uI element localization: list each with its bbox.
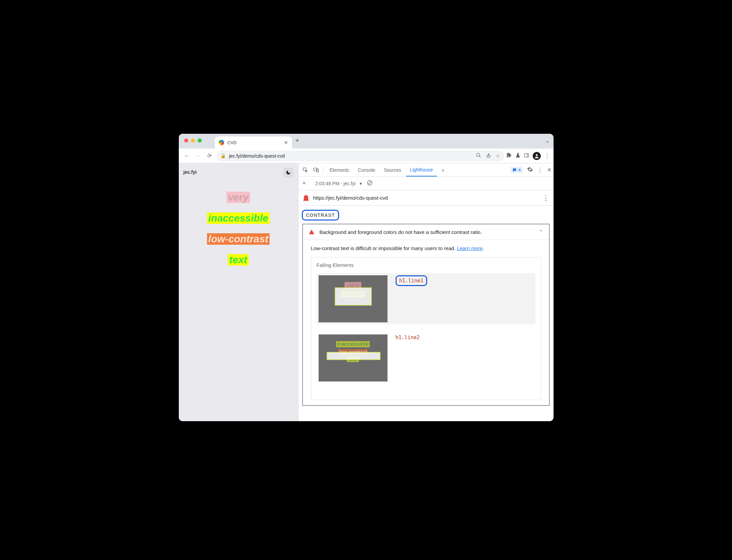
tab-list-button[interactable]: ⌄ — [545, 137, 550, 145]
theme-toggle[interactable] — [283, 167, 293, 177]
element-selector[interactable]: h1.line2 — [396, 334, 420, 341]
maximize-window-button[interactable] — [198, 138, 202, 143]
audit-header[interactable]: Background and foreground colors do not … — [303, 224, 549, 240]
section-contrast-chip: CONTRAST — [302, 210, 339, 221]
share-icon[interactable] — [486, 153, 491, 159]
address-bar[interactable]: 🔒 jec.fyi/demo/cds-quest-cvd ☆ — [216, 151, 504, 161]
learn-more-link[interactable]: Learn more — [457, 245, 483, 251]
favicon-icon — [219, 140, 224, 145]
tab-console[interactable]: Console — [354, 163, 379, 176]
close-window-button[interactable] — [184, 138, 188, 143]
demo-line-3: low-contrast — [207, 233, 270, 245]
new-tab-button[interactable]: + — [295, 137, 299, 146]
devtools-close-icon[interactable]: ✕ — [547, 167, 552, 173]
forward-button[interactable]: → — [194, 151, 203, 161]
inspect-element-icon[interactable] — [300, 167, 311, 173]
tab-elements[interactable]: Elements — [326, 163, 353, 176]
element-thumbnail: inaccessible low-contrast text — [319, 334, 388, 382]
devtools-menu-icon[interactable]: ⋮ — [537, 166, 543, 174]
collapse-icon[interactable]: ⌃ — [539, 229, 543, 235]
browser-tab[interactable]: CVD ✕ — [215, 136, 292, 149]
audit-title: Background and foreground colors do not … — [320, 229, 482, 235]
message-count: 4 — [518, 167, 521, 172]
demo-line-1: very — [227, 192, 250, 203]
svg-point-0 — [477, 153, 480, 156]
close-tab-button[interactable]: ✕ — [284, 140, 288, 145]
browser-window: CVD ✕ + ⌄ ← → ⟳ 🔒 jec.fyi/demo/cds-quest… — [179, 134, 554, 421]
lighthouse-subbar: + 2:03:48 PM - jec.fyi ▾ — [298, 177, 554, 190]
labs-icon[interactable] — [515, 153, 521, 159]
device-toolbar-icon[interactable] — [311, 167, 321, 173]
failing-element-row[interactable]: very accessib h1.line1 — [317, 273, 535, 324]
titlebar: CVD ✕ + ⌄ — [179, 134, 554, 149]
tab-sources[interactable]: Sources — [380, 163, 405, 176]
back-button[interactable]: ← — [182, 151, 192, 161]
content-area: jec.fyi very inaccessible low-contrast t… — [179, 163, 554, 421]
lock-icon: 🔒 — [220, 153, 226, 158]
svg-rect-3 — [525, 153, 529, 157]
element-selector[interactable]: h1.line1 — [396, 275, 427, 286]
browser-menu-button[interactable]: ⋮ — [544, 152, 550, 160]
clear-report-icon[interactable] — [367, 180, 373, 187]
audit-description: Low-contrast text is difficult or imposs… — [311, 245, 457, 251]
bookmark-icon[interactable]: ☆ — [496, 153, 500, 159]
devtools-panel: Elements Console Sources Lighthouse » 4 … — [298, 163, 554, 421]
devtools-tabstrip: Elements Console Sources Lighthouse » 4 … — [298, 163, 554, 177]
toolbar: ← → ⟳ 🔒 jec.fyi/demo/cds-quest-cvd ☆ — [179, 149, 554, 163]
lighthouse-logo-icon — [303, 195, 309, 201]
audit-body: Low-contrast text is difficult or imposs… — [303, 240, 549, 405]
svg-line-10 — [368, 182, 371, 185]
warning-triangle-icon — [309, 230, 314, 234]
page-site-name: jec.fyi — [184, 169, 293, 175]
failing-elements-heading: Failing Elements — [317, 262, 535, 268]
audit-card: Background and foreground colors do not … — [302, 224, 550, 406]
rendered-page: jec.fyi very inaccessible low-contrast t… — [179, 163, 298, 421]
failing-elements-box: Failing Elements very accessib h1.lin — [311, 257, 541, 400]
devtools-settings-icon[interactable] — [527, 166, 533, 173]
element-thumbnail: very accessib — [319, 275, 388, 322]
url-text: jec.fyi/demo/cds-quest-cvd — [229, 153, 285, 159]
lighthouse-report: CONTRAST Background and foreground color… — [298, 206, 554, 421]
window-controls — [184, 138, 202, 143]
console-messages-badge[interactable]: 4 — [510, 167, 523, 173]
sidepanel-icon[interactable] — [524, 153, 529, 159]
extensions-icon[interactable] — [506, 152, 512, 159]
report-url: https://jec.fyi/demo/cds-quest-cvd — [313, 195, 388, 201]
search-icon[interactable] — [476, 153, 481, 159]
tab-title: CVD — [228, 140, 237, 145]
demo-line-2: inaccessible — [207, 212, 270, 224]
minimize-window-button[interactable] — [191, 138, 195, 143]
report-url-bar: https://jec.fyi/demo/cds-quest-cvd ⋮ — [298, 190, 554, 206]
report-selector[interactable]: 2:03:48 PM - jec.fyi ▾ — [315, 181, 362, 186]
failing-element-row[interactable]: inaccessible low-contrast text h1.line2 — [317, 332, 535, 384]
profile-avatar[interactable] — [533, 152, 541, 160]
svg-point-5 — [536, 154, 537, 156]
tab-overflow[interactable]: » — [438, 163, 448, 176]
tab-lighthouse[interactable]: Lighthouse — [406, 163, 437, 176]
svg-line-1 — [479, 156, 481, 157]
reload-button[interactable]: ⟳ — [205, 151, 214, 161]
new-report-button[interactable]: + — [302, 180, 306, 187]
report-menu-icon[interactable]: ⋮ — [543, 194, 549, 202]
demo-line-4: text — [228, 254, 248, 266]
